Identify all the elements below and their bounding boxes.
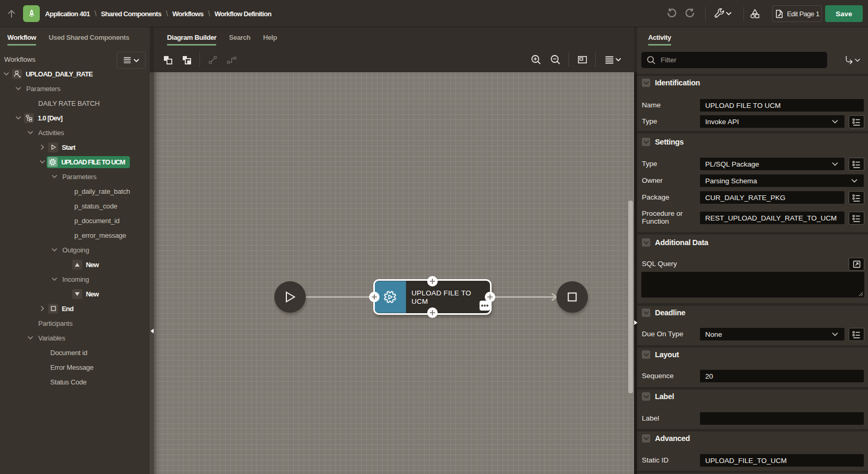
svg-text:UCM: UCM (411, 297, 428, 305)
svg-text:UPLOAD FILE TO: UPLOAD FILE TO (411, 289, 471, 297)
